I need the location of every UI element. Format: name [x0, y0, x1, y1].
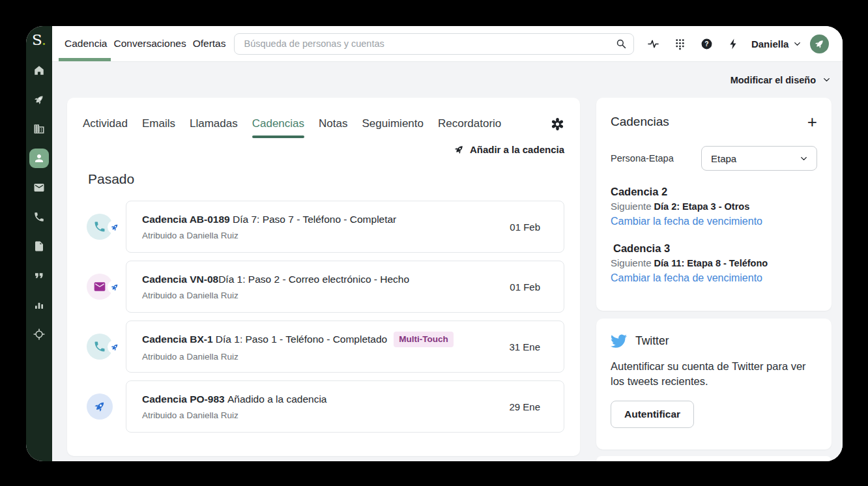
cadence-date: 01 Feb: [510, 222, 540, 233]
cadence-step: Día 1: Paso 2 - Correo electrónico - Hec…: [218, 274, 409, 285]
tab-emails[interactable]: Emails: [142, 109, 175, 138]
phone-icon: [93, 220, 106, 233]
salesloft-logo[interactable]: S.: [32, 33, 46, 48]
lightning-icon[interactable]: [727, 38, 740, 50]
person-icon: [33, 152, 45, 164]
chevron-down-icon: [799, 154, 809, 164]
tab-actividad[interactable]: Actividad: [83, 109, 128, 138]
sidebar-item-cadences[interactable]: [29, 90, 49, 109]
home-icon: [33, 64, 45, 76]
cadence-date: 29 Ene: [509, 401, 540, 412]
authenticate-button[interactable]: Autentificar: [611, 401, 694, 428]
next-step-value: Día 11: Etapa 8 - Teléfono: [654, 258, 768, 268]
persona-etapa-label: Persona-Etapa: [611, 153, 674, 164]
cadence-title: Cadencia AB-0189: [142, 214, 233, 225]
sidebar-item-home[interactable]: [29, 61, 49, 80]
chevron-down-icon: [792, 39, 802, 49]
rocket-icon-circle: [87, 393, 113, 420]
tab-settings-button[interactable]: [551, 117, 564, 131]
logo-letter: S: [32, 31, 42, 48]
twitter-description: Autentificar su cuenta de Twitter para v…: [611, 359, 806, 390]
add-cadence-button[interactable]: +: [807, 113, 817, 130]
email-icon-circle: [87, 274, 113, 300]
sidebar-item-conversations[interactable]: [29, 266, 49, 285]
cadences-panel-title: Cadencias: [611, 115, 669, 129]
user-name: Daniella: [751, 38, 789, 50]
nav-item-cadencia[interactable]: Cadencia: [65, 26, 108, 61]
tab-llamadas[interactable]: Llamadas: [190, 109, 238, 138]
section-title-pasado: Pasado: [88, 171, 564, 187]
etapa-select[interactable]: Etapa: [701, 146, 817, 171]
modify-layout-button[interactable]: Modificar el diseño: [731, 75, 816, 85]
tab-notas[interactable]: Notas: [319, 109, 347, 138]
phone-icon-circle: [87, 214, 113, 240]
sidebar-item-analytics[interactable]: [29, 295, 49, 315]
sidebar-item-targets[interactable]: [29, 324, 49, 344]
change-due-date-link[interactable]: Cambiar la fecha de vencimiento: [611, 216, 817, 227]
tab-recordatorio[interactable]: Recordatorio: [438, 109, 501, 138]
nav-item-ofertas[interactable]: Ofertas: [193, 26, 226, 61]
add-to-cadence-button[interactable]: Añadir a la cadencia: [83, 144, 564, 155]
cadence-history-item: Cadencia VN-08Día 1: Paso 2 - Correo ele…: [83, 261, 564, 313]
envelope-icon: [93, 280, 106, 293]
peeking-card: [596, 456, 832, 461]
sidebar-item-notes[interactable]: [29, 236, 49, 256]
cadence-attribution: Atribuido a Daniella Ruiz: [142, 410, 499, 420]
rocket-icon: [814, 38, 825, 50]
cadence-card[interactable]: Cadencia AB-0189 Día 7: Paso 7 - Teléfon…: [126, 201, 564, 253]
search-icon[interactable]: [615, 38, 627, 50]
building-icon: [33, 123, 45, 135]
twitter-icon: [611, 333, 627, 349]
activity-panel: Actividad Emails Llamadas Cadencias Nota…: [67, 98, 580, 456]
add-to-cadence-label: Añadir a la cadencia: [470, 144, 564, 155]
help-icon[interactable]: [701, 38, 713, 50]
cadence-history-item: Cadencia PO-983 Añadido a la cadencia At…: [83, 380, 564, 433]
change-due-date-link[interactable]: Cambiar la fecha de vencimiento: [611, 272, 817, 284]
siguiente-label: Siguiente: [611, 257, 652, 268]
cadence-entry: Cadencia 3 Siguiente Día 11: Etapa 8 - T…: [611, 242, 817, 284]
avatar[interactable]: [810, 35, 829, 53]
activity-tabs: Actividad Emails Llamadas Cadencias Nota…: [83, 109, 564, 138]
cadence-entry: Cadencia 2 Siguiente Día 2: Etapa 3 - Ot…: [611, 186, 817, 227]
sidebar-item-accounts[interactable]: [29, 119, 49, 139]
phone-icon: [33, 211, 45, 223]
cadence-card[interactable]: Cadencia PO-983 Añadido a la cadencia At…: [126, 380, 564, 433]
cadence-card[interactable]: Cadencia BX-1 Día 1: Paso 1 - Teléfono -…: [126, 321, 564, 373]
settings-gear-icon: [551, 117, 564, 131]
rocket-badge-icon: [108, 220, 121, 234]
left-sidebar: S.: [26, 26, 52, 461]
top-navigation-bar: Cadencia Conversaciones Ofertas Daniella: [52, 26, 843, 62]
cadence-history-item: Cadencia AB-0189 Día 7: Paso 7 - Teléfon…: [83, 201, 564, 253]
tab-seguimiento[interactable]: Seguimiento: [362, 109, 424, 138]
cadence-attribution: Atribuido a Daniella Ruiz: [142, 231, 499, 240]
rocket-icon: [93, 400, 106, 413]
cadence-attribution: Atribuido a Daniella Ruiz: [142, 291, 499, 300]
etapa-select-value: Etapa: [711, 153, 736, 164]
cadence-title: Cadencia VN-08: [142, 274, 218, 285]
primary-nav: Cadencia Conversaciones Ofertas: [65, 26, 225, 61]
cadence-date: 01 Feb: [510, 281, 540, 293]
cadence-step: Día 7: Paso 7 - Teléfono - Completar: [233, 214, 396, 225]
user-menu[interactable]: Daniella: [751, 38, 803, 50]
multi-touch-badge: Multi-Touch: [394, 332, 453, 347]
cadences-panel: Cadencias + Persona-Etapa Etapa Cadencia…: [596, 98, 832, 311]
global-search[interactable]: [234, 33, 633, 55]
chevron-down-icon[interactable]: [822, 75, 832, 85]
sidebar-item-phone[interactable]: [29, 207, 49, 227]
nav-item-conversaciones[interactable]: Conversaciones: [114, 26, 186, 61]
search-input[interactable]: [244, 38, 615, 49]
quote-icon: [33, 270, 45, 281]
twitter-panel: Twitter Autentificar su cuenta de Twitte…: [596, 319, 832, 450]
activity-icon[interactable]: [647, 38, 659, 50]
cadence-card[interactable]: Cadencia VN-08Día 1: Paso 2 - Correo ele…: [126, 261, 564, 313]
page-content: Modificar el diseño Actividad Emails Lla…: [52, 62, 843, 461]
envelope-icon: [33, 182, 45, 193]
tab-cadencias[interactable]: Cadencias: [252, 109, 304, 138]
dialpad-icon[interactable]: [674, 38, 686, 50]
cadence-attribution: Atribuido a Daniella Ruiz: [142, 352, 499, 362]
cadence-step: Añadido a la cadencia: [227, 393, 327, 405]
logo-dot: .: [42, 31, 46, 48]
sidebar-item-email[interactable]: [29, 178, 49, 197]
next-step-value: Día 2: Etapa 3 - Otros: [654, 201, 750, 212]
sidebar-item-people[interactable]: [29, 149, 49, 168]
